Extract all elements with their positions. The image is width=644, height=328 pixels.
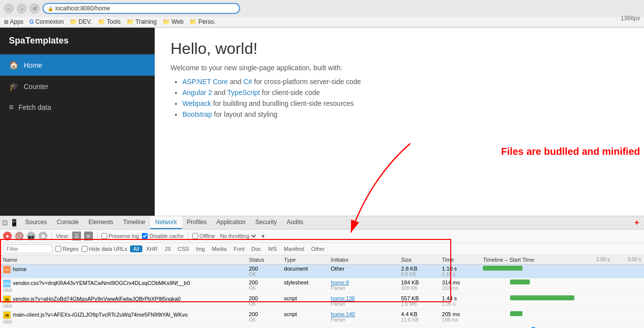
type-btn-other[interactable]: Other [308, 245, 328, 252]
timeline-bar-wrap [483, 311, 641, 317]
time-cell: 205 ms198 ms [439, 310, 480, 326]
bookmark-web[interactable]: 📁 Web [163, 18, 183, 25]
camera-button[interactable]: 📷 [27, 232, 36, 240]
type-btn-font[interactable]: Font [231, 245, 248, 252]
disable-cache-check[interactable]: Disable cache [142, 233, 183, 239]
table-row[interactable]: JSvendor.js?v=aHoZoBd74GMpoAPy9nVwwAlFwl… [0, 294, 644, 310]
preserve-log-check[interactable]: Preserve log [101, 233, 139, 239]
angular-link[interactable]: Angular 2 [182, 89, 212, 96]
time-cell: 1.44 s1.05 s [439, 294, 480, 310]
bookmark-tools[interactable]: 📁 Tools [98, 18, 121, 25]
hide-data-checkbox[interactable] [82, 246, 87, 252]
name-cell: dataapplication/oc... [0, 326, 246, 328]
col-time[interactable]: Time [439, 255, 480, 265]
type-btn-doc[interactable]: Doc [249, 245, 264, 252]
forward-button[interactable]: → [17, 3, 27, 13]
devtools-tabs: ⊡ 📱 Sources Console Elements Timeline Ne… [0, 216, 644, 230]
type-btn-img[interactable]: Img [193, 245, 208, 252]
devtools-pointer-icon[interactable]: ⊡ [2, 219, 8, 227]
type-btn-all[interactable]: All [130, 245, 142, 252]
devtools-toolbar: ● 🚫 📷 ⏺ View: ☰ ⊞ Preserve log Disable c… [0, 230, 644, 243]
regex-check[interactable]: Regex [55, 246, 79, 252]
disable-cache-checkbox[interactable] [142, 233, 148, 239]
initiator-cell: home:140Parser [328, 310, 398, 326]
row-name-sub: /dist [3, 303, 243, 309]
csharp-link[interactable]: C# [243, 78, 252, 86]
type-btn-media[interactable]: Media [209, 245, 230, 252]
initiator-link[interactable]: home:140 [331, 311, 355, 317]
type-btn-xhr[interactable]: XHR [143, 245, 161, 252]
back-button[interactable]: ← [4, 3, 14, 13]
bookmark-dev-label: DEV. [79, 18, 92, 25]
status-code: 200 [249, 280, 258, 285]
type-btn-css[interactable]: CSS [175, 245, 192, 252]
bookmark-connexion-label: Connexion [36, 18, 64, 25]
view-group-icon[interactable]: ⊞ [84, 232, 93, 240]
hide-data-check[interactable]: Hide data URLs [82, 246, 128, 252]
offline-label: Offline [200, 233, 215, 239]
sidebar-item-home[interactable]: 🏠 Home [0, 54, 155, 76]
initiator-link[interactable]: home:136 [331, 295, 355, 301]
bookmark-training-label: Training [135, 18, 157, 25]
reload-button[interactable]: ↺ [30, 3, 40, 13]
record-button[interactable]: ● [3, 232, 12, 240]
bookmark-apps[interactable]: ⊞ Apps [4, 18, 23, 25]
devtools-tab-audits[interactable]: Audits [282, 216, 308, 229]
devtools-tab-application[interactable]: Application [212, 216, 251, 229]
bookmark-training[interactable]: 📁 Training [127, 18, 157, 25]
view-list-icon[interactable]: ☰ [72, 232, 81, 240]
throttle-arrow[interactable]: ▼ [260, 234, 265, 239]
sidebar-item-counter[interactable]: 🎓 Counter [0, 76, 155, 97]
table-row[interactable]: CSSvendor.css?v=drqKRA43vYEMTACwNmI9OGCr… [0, 279, 644, 294]
col-name[interactable]: Name [0, 255, 246, 265]
sidebar-item-fetchdata[interactable]: ≡ Fetch data [0, 97, 155, 118]
clear-button[interactable]: 🚫 [15, 232, 24, 240]
col-status[interactable]: Status [246, 255, 281, 265]
throttling-select[interactable]: No throttling [218, 233, 258, 239]
status-cell: 200OK [246, 294, 281, 310]
table-row[interactable]: dataapplication/oc...200OKfonthome:136Pa… [0, 326, 644, 328]
col-initiator[interactable]: Initiator [328, 255, 398, 265]
devtools-panel: ⊡ 📱 Sources Console Elements Timeline Ne… [0, 216, 644, 328]
col-type[interactable]: Type [281, 255, 328, 265]
aspnet-link[interactable]: ASP.NET Core [182, 78, 228, 86]
table-row[interactable]: JSmain-client.js?v=AFEXs-iGIZLJO9pTvcRTc… [0, 310, 644, 326]
row-name-sub: /dist [3, 319, 243, 325]
regex-checkbox[interactable] [55, 246, 61, 252]
bookmark-perso[interactable]: 📁 Perso. [189, 18, 215, 25]
col-timeline[interactable]: Timeline – Start Time 2.00 s 3.00 s [480, 255, 644, 265]
devtools-tab-elements[interactable]: Elements [84, 216, 118, 229]
devtools-tab-network[interactable]: Network [150, 216, 182, 229]
offline-check[interactable]: Offline [192, 233, 215, 239]
status-text: OK [249, 285, 278, 291]
type-btn-ws[interactable]: WS [265, 245, 280, 252]
sidebar-title: SpaTemplates [0, 28, 155, 54]
address-bar[interactable]: 🔒 localhost:8080/home [43, 3, 240, 14]
timeline-bar-wrap [483, 280, 641, 285]
bookmark-dev[interactable]: 📁 DEV. [70, 18, 92, 25]
row-name: home [13, 266, 27, 272]
devtools-tab-profiles[interactable]: Profiles [182, 216, 212, 229]
type-btn-manifest[interactable]: Manifest [281, 245, 307, 252]
col-size[interactable]: Size [398, 255, 439, 265]
table-row[interactable]: <>home200OKdocumentOther2.8 KB6.0 KB1.10… [0, 265, 644, 279]
filter-input[interactable] [3, 244, 52, 253]
filter-button[interactable]: ⏺ [39, 232, 47, 240]
type-btn-js[interactable]: JS [162, 245, 174, 252]
initiator-link[interactable]: home:8 [331, 280, 349, 285]
devtools-tab-sources[interactable]: Sources [20, 216, 52, 229]
devtools-tab-security[interactable]: Security [251, 216, 282, 229]
devtools-plus-button[interactable]: + [635, 218, 642, 227]
apps-grid-icon: ⊞ [4, 19, 8, 25]
devtools-tab-timeline[interactable]: Timeline [118, 216, 150, 229]
devtools-mobile-icon[interactable]: 📱 [10, 219, 18, 227]
bookmark-connexion[interactable]: G Connexion [29, 18, 64, 25]
typescript-link[interactable]: TypeScript [227, 89, 260, 96]
webpack-link[interactable]: Webpack [182, 99, 211, 107]
bootstrap-link[interactable]: Bootstrap [182, 110, 212, 118]
type-cell: script [281, 294, 328, 310]
regex-label: Regex [63, 246, 79, 252]
offline-checkbox[interactable] [192, 233, 198, 239]
devtools-tab-console[interactable]: Console [52, 216, 84, 229]
preserve-log-checkbox[interactable] [101, 233, 107, 239]
